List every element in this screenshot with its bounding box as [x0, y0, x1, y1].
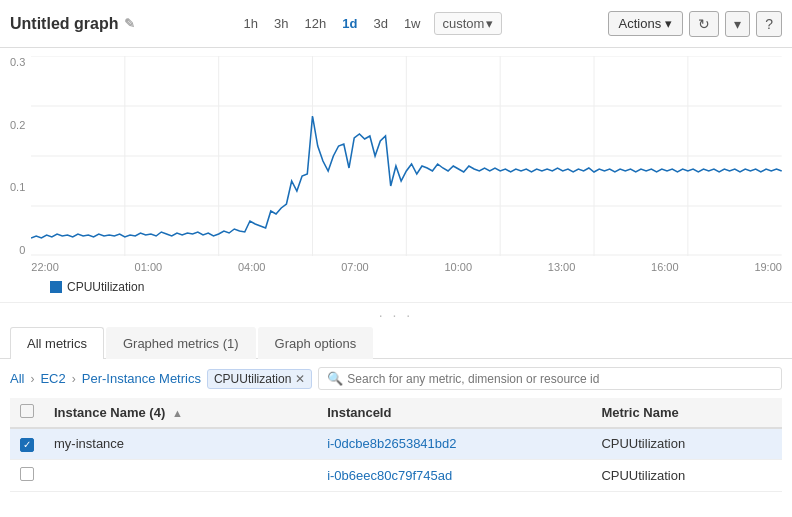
metrics-panel: All › EC2 › Per-Instance Metrics CPUUtil… [0, 359, 792, 500]
row-checkbox-cell-2[interactable] [10, 459, 44, 491]
breadcrumb-ec2[interactable]: EC2 [40, 371, 65, 386]
custom-chevron-icon: ▾ [486, 16, 493, 31]
tabs-bar: All metrics Graphed metrics (1) Graph op… [0, 327, 792, 359]
graph-title-container: Untitled graph ✎ [10, 15, 135, 33]
breadcrumb-sep-1: › [30, 372, 34, 386]
row-checkbox-1[interactable]: ✓ [20, 438, 34, 452]
row-instance-id-1: i-0dcbe8b2653841bd2 [317, 428, 591, 459]
chart-svg [31, 56, 782, 256]
chart-container: 0.3 0.2 0.1 0 [0, 48, 792, 302]
tab-all-metrics-label: All metrics [27, 336, 87, 351]
tab-graphed-metrics-label: Graphed metrics (1) [123, 336, 239, 351]
y-label-00: 0 [19, 244, 25, 256]
x-label-07: 07:00 [341, 261, 369, 273]
tab-graph-options-label: Graph options [275, 336, 357, 351]
search-input[interactable] [347, 372, 773, 386]
x-label-10: 10:00 [444, 261, 472, 273]
time-12h[interactable]: 12h [302, 14, 330, 33]
select-all-checkbox[interactable] [20, 404, 34, 418]
help-icon: ? [765, 16, 773, 32]
actions-label: Actions [619, 16, 662, 31]
y-label-02: 0.2 [10, 119, 25, 131]
breadcrumb-all[interactable]: All [10, 371, 24, 386]
time-1h[interactable]: 1h [241, 14, 261, 33]
row-metric-1: CPUUtilization [591, 428, 782, 459]
header: Untitled graph ✎ 1h 3h 12h 1d 3d 1w cust… [0, 0, 792, 48]
col-instance-name-label: Instance Name (4) [54, 405, 165, 420]
metrics-table: Instance Name (4) ▲ InstanceId Metric Na… [10, 398, 782, 492]
col-instance-id-label: InstanceId [327, 405, 391, 420]
x-label-01: 01:00 [135, 261, 163, 273]
row-metric-2: CPUUtilization [591, 459, 782, 491]
help-button[interactable]: ? [756, 11, 782, 37]
search-box[interactable]: 🔍 [318, 367, 782, 390]
row-checkbox-2[interactable] [20, 467, 34, 481]
header-checkbox-cell [10, 398, 44, 428]
breadcrumb-sep-2: › [72, 372, 76, 386]
time-1d[interactable]: 1d [339, 14, 360, 33]
col-instance-id[interactable]: InstanceId [317, 398, 591, 428]
header-right: Actions ▾ ↻ ▾ ? [608, 11, 782, 37]
tab-all-metrics[interactable]: All metrics [10, 327, 104, 359]
graph-title: Untitled graph [10, 15, 118, 33]
x-label-16: 16:00 [651, 261, 679, 273]
edit-title-icon[interactable]: ✎ [124, 16, 135, 31]
y-label-01: 0.1 [10, 181, 25, 193]
chart-wrapper: 0.3 0.2 0.1 0 [10, 56, 782, 276]
y-label-03: 0.3 [10, 56, 25, 68]
row-instance-id-2: i-0b6eec80c79f745ad [317, 459, 591, 491]
chart-area: 22:00 01:00 04:00 07:00 10:00 13:00 16:0… [31, 56, 782, 276]
row-instance-name-2 [44, 459, 317, 491]
tab-graph-options[interactable]: Graph options [258, 327, 374, 359]
dropdown-button[interactable]: ▾ [725, 11, 750, 37]
actions-chevron-icon: ▾ [665, 16, 672, 31]
search-icon: 🔍 [327, 371, 343, 386]
filter-tag: CPUUtilization ✕ [207, 369, 312, 389]
time-3d[interactable]: 3d [370, 14, 390, 33]
time-1w[interactable]: 1w [401, 14, 424, 33]
tab-graphed-metrics[interactable]: Graphed metrics (1) [106, 327, 256, 359]
time-3h[interactable]: 3h [271, 14, 291, 33]
x-label-22: 22:00 [31, 261, 59, 273]
x-label-19: 19:00 [754, 261, 782, 273]
table-header: Instance Name (4) ▲ InstanceId Metric Na… [10, 398, 782, 428]
sort-icon: ▲ [172, 407, 183, 419]
breadcrumb-filter: All › EC2 › Per-Instance Metrics CPUUtil… [10, 367, 782, 390]
refresh-button[interactable]: ↻ [689, 11, 719, 37]
caret-down-icon: ▾ [734, 16, 741, 32]
breadcrumb-per-instance[interactable]: Per-Instance Metrics [82, 371, 201, 386]
x-label-04: 04:00 [238, 261, 266, 273]
x-label-13: 13:00 [548, 261, 576, 273]
filter-tag-label: CPUUtilization [214, 372, 291, 386]
filter-tag-remove[interactable]: ✕ [295, 372, 305, 386]
legend-label-cpu: CPUUtilization [67, 280, 144, 294]
col-metric-name[interactable]: Metric Name [591, 398, 782, 428]
actions-button[interactable]: Actions ▾ [608, 11, 684, 36]
time-controls: 1h 3h 12h 1d 3d 1w custom ▾ [135, 12, 607, 35]
col-metric-name-label: Metric Name [601, 405, 678, 420]
legend: CPUUtilization [10, 276, 782, 298]
row-checkbox-cell-1[interactable]: ✓ [10, 428, 44, 459]
custom-time-button[interactable]: custom ▾ [434, 12, 503, 35]
table-body: ✓ my-instance i-0dcbe8b2653841bd2 CPUUti… [10, 428, 782, 491]
col-instance-name[interactable]: Instance Name (4) ▲ [44, 398, 317, 428]
chart-divider: · · · [0, 302, 792, 327]
table-row[interactable]: ✓ my-instance i-0dcbe8b2653841bd2 CPUUti… [10, 428, 782, 459]
custom-label: custom [443, 16, 485, 31]
legend-color-cpu [50, 281, 62, 293]
table-row[interactable]: i-0b6eec80c79f745ad CPUUtilization [10, 459, 782, 491]
refresh-icon: ↻ [698, 16, 710, 32]
y-axis: 0.3 0.2 0.1 0 [10, 56, 31, 276]
row-instance-name-1: my-instance [44, 428, 317, 459]
x-axis: 22:00 01:00 04:00 07:00 10:00 13:00 16:0… [31, 259, 782, 273]
